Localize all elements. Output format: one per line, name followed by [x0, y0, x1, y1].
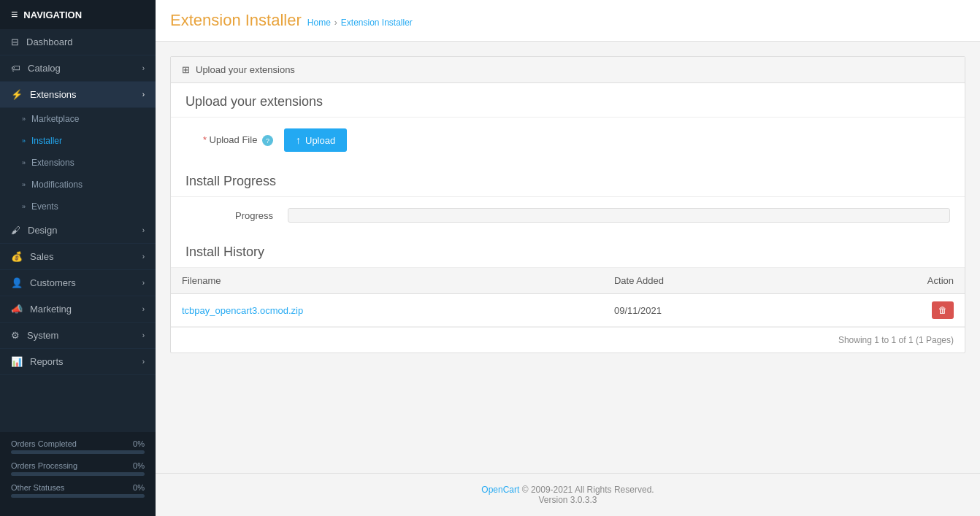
chevron-icon: ›	[142, 305, 145, 313]
chevron-icon: ›	[142, 91, 145, 99]
sidebar-subitem-modifications[interactable]: » Modifications	[0, 174, 156, 196]
sidebar-item-marketing[interactable]: 📣 Marketing ›	[0, 296, 156, 323]
progress-row: Progress	[185, 208, 950, 223]
reports-icon: 📊	[11, 356, 23, 367]
chevron-icon: ›	[142, 279, 145, 287]
col-header-filename: Filename	[171, 268, 603, 294]
extensions-icon: ⚡	[11, 89, 23, 100]
table-row: tcbpay_opencart3.ocmod.zip 09/11/2021 🗑	[171, 294, 965, 327]
sidebar-item-label: Catalog	[28, 63, 61, 74]
sidebar-item-reports[interactable]: 📊 Reports ›	[0, 349, 156, 375]
install-progress-section: Install Progress Progress	[171, 163, 965, 234]
orders-processing-value: 0%	[133, 461, 145, 470]
main-content: Extension Installer Home › Extension Ins…	[156, 0, 980, 516]
progress-track	[288, 208, 950, 223]
sidebar-item-label: Sales	[30, 251, 54, 262]
history-table-wrapper: Filename Date Added Action tcbpay_openca…	[171, 268, 965, 353]
sidebar-item-label: Extensions	[30, 89, 77, 100]
sidebar-item-extensions[interactable]: ⚡ Extensions ›	[0, 82, 156, 108]
upload-icon: ↑	[296, 134, 301, 146]
upload-button[interactable]: ↑ Upload	[284, 128, 347, 152]
install-history-section: Install History Filename Date Added Acti…	[171, 234, 965, 353]
subitem-label: Installer	[31, 136, 62, 146]
dot-icon: »	[22, 203, 26, 210]
trash-icon: 🗑	[938, 305, 947, 315]
orders-completed-value: 0%	[133, 439, 145, 448]
chevron-icon: ›	[142, 253, 145, 261]
sidebar-item-label: Marketing	[30, 304, 72, 315]
footer-copyright: OpenCart © 2009-2021 All Rights Reserved…	[166, 485, 969, 495]
progress-section: Progress	[171, 197, 965, 234]
dot-icon: »	[22, 181, 26, 188]
install-history-title: Install History	[171, 234, 965, 268]
upload-section: Upload your extensions * Upload File ? ↑…	[171, 83, 965, 163]
page-title: Extension Installer	[170, 11, 302, 30]
menu-icon	[11, 8, 18, 21]
sidebar-item-system[interactable]: ⚙ System ›	[0, 323, 156, 349]
panel-heading: ⊞ Upload your extensions	[171, 57, 965, 83]
subitem-label: Events	[31, 201, 58, 212]
other-statuses-value: 0%	[133, 483, 145, 492]
table-header: Filename Date Added Action	[171, 268, 965, 294]
page-footer: OpenCart © 2009-2021 All Rights Reserved…	[156, 473, 980, 516]
filename-link[interactable]: tcbpay_opencart3.ocmod.zip	[182, 305, 303, 316]
orders-processing-progress-bg	[11, 472, 145, 476]
breadcrumb: Home › Extension Installer	[307, 18, 413, 28]
orders-completed-stat: Orders Completed 0%	[11, 439, 145, 454]
page-title-suffix: Installer	[245, 11, 302, 29]
sidebar-item-sales[interactable]: 💰 Sales ›	[0, 244, 156, 270]
sales-icon: 💰	[11, 251, 23, 262]
page-title-prefix: Extension	[170, 11, 241, 29]
marketing-icon: 📣	[11, 304, 23, 315]
delete-button[interactable]: 🗑	[932, 301, 954, 319]
puzzle-icon: ⊞	[182, 64, 190, 75]
dot-icon: »	[22, 159, 26, 166]
sidebar-subitem-marketplace[interactable]: » Marketplace	[0, 108, 156, 130]
cell-filename: tcbpay_opencart3.ocmod.zip	[171, 294, 603, 327]
sidebar-item-label: Dashboard	[26, 36, 73, 47]
breadcrumb-current[interactable]: Extension Installer	[341, 18, 413, 28]
other-statuses-stat: Other Statuses 0%	[11, 483, 145, 498]
other-statuses-progress-bg	[11, 494, 145, 498]
col-header-date-added: Date Added	[603, 268, 819, 294]
col-header-action: Action	[819, 268, 965, 294]
sidebar-item-dashboard[interactable]: ⊟ Dashboard	[0, 29, 156, 55]
subitem-label: Extensions	[31, 158, 74, 168]
sidebar-stats: Orders Completed 0% Orders Processing 0%…	[0, 432, 156, 516]
chevron-icon: ›	[142, 226, 145, 234]
sidebar-item-label: Reports	[30, 356, 64, 367]
sidebar-item-design[interactable]: 🖌 Design ›	[0, 217, 156, 244]
sidebar: NAVIGATION ⊟ Dashboard 🏷 Catalog › ⚡ Ext…	[0, 0, 156, 516]
sidebar-item-customers[interactable]: 👤 Customers ›	[0, 270, 156, 296]
system-icon: ⚙	[11, 330, 20, 341]
progress-label: Progress	[185, 210, 273, 221]
sidebar-item-label: Design	[28, 225, 57, 236]
subitem-label: Marketplace	[31, 114, 79, 124]
install-progress-title: Install Progress	[171, 163, 965, 197]
table-footer: Showing 1 to 1 of 1 (1 Pages)	[171, 327, 965, 353]
dot-icon: »	[22, 115, 26, 123]
history-table-body: tcbpay_opencart3.ocmod.zip 09/11/2021 🗑	[171, 294, 965, 327]
chevron-icon: ›	[142, 358, 145, 366]
breadcrumb-home[interactable]: Home	[307, 18, 331, 28]
sidebar-subitem-events[interactable]: » Events	[0, 196, 156, 217]
page-header: Extension Installer Home › Extension Ins…	[156, 0, 980, 42]
help-icon[interactable]: ?	[262, 135, 273, 146]
upload-file-label: * Upload File ?	[185, 134, 273, 147]
nav-header-label: NAVIGATION	[23, 9, 82, 20]
nav-header: NAVIGATION	[0, 0, 156, 29]
footer-link[interactable]: OpenCart	[481, 485, 519, 495]
sidebar-subitem-installer[interactable]: » Installer	[0, 130, 156, 152]
subitem-label: Modifications	[31, 180, 83, 190]
orders-completed-progress-bg	[11, 450, 145, 454]
orders-processing-stat: Orders Processing 0%	[11, 461, 145, 476]
footer-version: Version 3.0.3.3	[166, 495, 969, 505]
sidebar-subitem-extensions[interactable]: » Extensions	[0, 152, 156, 174]
sidebar-item-catalog[interactable]: 🏷 Catalog ›	[0, 55, 156, 82]
upload-button-label: Upload	[305, 135, 335, 146]
footer-copyright-text: © 2009-2021 All Rights Reserved.	[522, 485, 654, 495]
dot-icon: »	[22, 137, 26, 145]
cell-date-added: 09/11/2021	[603, 294, 819, 327]
other-statuses-label: Other Statuses	[11, 483, 64, 492]
orders-processing-label: Orders Processing	[11, 461, 77, 470]
